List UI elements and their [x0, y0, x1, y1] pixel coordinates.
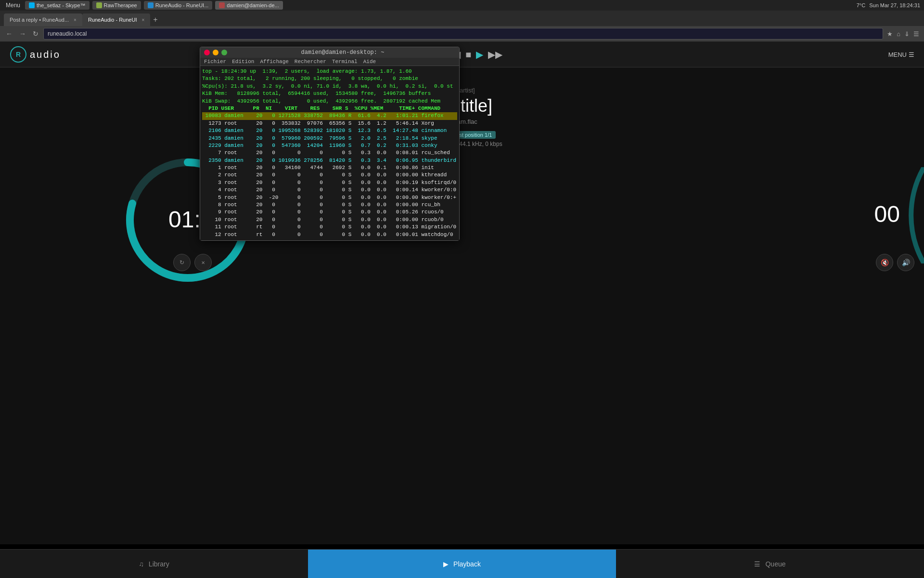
rawtherapee-icon: [96, 2, 102, 8]
queue-label: Queue: [765, 560, 785, 568]
runeaudio-main: R audio ◀◀ ■ ▶ ▶▶ MENU ☰ [no artist] [no…: [0, 42, 924, 544]
os-tab-skype[interactable]: the_setlaz - Skype™: [25, 1, 90, 10]
time-right: 00: [874, 201, 900, 227]
terminal-line-22: 11 root rt 0 0 0 0 S 0.0 0.0 0:00.13 mig…: [202, 223, 457, 231]
browser-tab-postreply-label: Post a reply • RuneAud...: [10, 17, 69, 23]
next-button[interactable]: ▶▶: [488, 49, 502, 60]
terminal-line-2: %Cpu(s): 21.8 us, 3.2 sy, 0.0 ni, 71.0 i…: [202, 83, 457, 90]
terminal-maximize-button[interactable]: [221, 50, 227, 55]
terminal-line-4: KiB Swap: 4392956 total, 0 used, 4392956…: [202, 98, 457, 105]
refresh-button[interactable]: ↻: [31, 29, 40, 39]
skype-icon: [29, 2, 35, 8]
bookmark-icon[interactable]: ★: [886, 29, 894, 39]
terminal-menu-terminal[interactable]: Terminal: [332, 59, 358, 65]
volume-controls: 🔇 🔊: [876, 254, 914, 271]
terminal-minimize-button[interactable]: [213, 50, 218, 55]
volume-up-button[interactable]: 🔊: [897, 254, 914, 271]
menu-label: MENU: [888, 51, 907, 58]
terminal-line-21: 10 root 20 0 0 0 0 S 0.0 0.0 0:00.00 rcu…: [202, 216, 457, 223]
menu-icon: ☰: [909, 51, 914, 58]
browser-tab-postreply[interactable]: Post a reply • RuneAud... ×: [4, 13, 82, 26]
terminal-line-9: 2106 damien 20 0 1995268 528392 181020 S…: [202, 127, 457, 134]
queue-icon: ☰: [754, 560, 760, 568]
os-tab-skype-label: the_setlaz - Skype™: [37, 2, 86, 8]
terminal-menu-edition[interactable]: Edition: [232, 59, 254, 65]
os-tab-damien[interactable]: damien@damien-de...: [215, 1, 282, 10]
terminal-line-10: 2435 damien 20 0 579960 200592 79596 S 2…: [202, 135, 457, 142]
terminal-line-0: top - 18:24:30 up 1:39, 2 users, load av…: [202, 68, 457, 75]
terminal-line-1: Tasks: 202 total, 2 running, 200 sleepin…: [202, 75, 457, 82]
library-icon: ♫: [139, 560, 144, 568]
terminal-line-14: 1 root 20 0 34160 4744 2692 S 0.0 0.1 0:…: [202, 164, 457, 171]
terminal-line-12: 7 root 20 0 0 0 0 S 0.3 0.0 0:08.01 rcu_…: [202, 149, 457, 157]
rune-logo-text: audio: [30, 49, 61, 60]
terminal-line-19: 8 root 20 0 0 0 0 S 0.0 0.0 0:00.00 rcu_…: [202, 201, 457, 209]
playback-button[interactable]: ▶ Playback: [308, 550, 616, 578]
os-tab-rawtherapee-label: RawTherapee: [104, 2, 137, 8]
url-bar[interactable]: [43, 28, 883, 39]
browser-tab-runeaudio-label: RuneAudio - RuneUI: [88, 17, 137, 23]
damien-icon: [219, 2, 225, 8]
home-icon[interactable]: ⌂: [896, 29, 901, 39]
terminal-menu-fichier[interactable]: Fichier: [204, 59, 226, 65]
terminal-menu-rechercher[interactable]: Rechercher: [295, 59, 326, 65]
terminal-close-button[interactable]: [204, 50, 210, 55]
terminal-window: damien@damien-desktop: ~ Fichier Edition…: [200, 47, 460, 241]
new-tab-button[interactable]: +: [150, 13, 160, 26]
os-tab-rawtherapee[interactable]: RawTherapee: [92, 1, 141, 10]
terminal-line-20: 9 root 20 0 0 0 0 S 0.0 0.0 0:05.26 rcuo…: [202, 209, 457, 216]
terminal-line-7: 10083 damien 20 0 1271528 338752 89436 R…: [202, 112, 457, 119]
terminal-line-17: 4 root 20 0 0 0 0 S 0.0 0.0 0:00.14 kwor…: [202, 186, 457, 194]
close-tab-runeaudio[interactable]: ×: [141, 17, 144, 23]
rune-logo-svg: R: [10, 46, 27, 63]
terminal-body: top - 18:24:30 up 1:39, 2 users, load av…: [200, 66, 459, 240]
runeaudio-icon: [148, 2, 154, 8]
shuffle-button[interactable]: ✕: [194, 254, 212, 271]
terminal-line-6: PID USER PR NI VIRT RES SHR S %CPU %MEM …: [202, 105, 457, 112]
library-label: Library: [149, 560, 169, 568]
terminal-line-8: 1273 root 20 0 353832 97076 65356 S 15.6…: [202, 120, 457, 127]
stop-button[interactable]: ■: [465, 49, 471, 60]
playback-mode-controls: ↻ ✕: [173, 254, 212, 271]
play-button[interactable]: ▶: [476, 49, 483, 60]
browser-tab-runeaudio[interactable]: RuneAudio - RuneUI ×: [82, 13, 150, 26]
terminal-menubar: Fichier Edition Affichage Rechercher Ter…: [200, 58, 459, 66]
terminal-line-3: KiB Mem: 8128996 total, 6594416 used, 15…: [202, 90, 457, 97]
terminal-line-16: 3 root 20 0 0 0 0 S 0.0 0.0 0:00.19 ksof…: [202, 179, 457, 186]
terminal-line-18: 5 root 20 -20 0 0 0 S 0.0 0.0 0:00.00 kw…: [202, 194, 457, 201]
mute-button[interactable]: 🔇: [876, 254, 893, 271]
settings-icon[interactable]: ☰: [912, 29, 920, 39]
repeat-button[interactable]: ↻: [173, 254, 191, 271]
browser-tabs: Post a reply • RuneAud... × RuneAudio - …: [0, 11, 924, 26]
menu-button[interactable]: MENU ☰: [888, 51, 914, 58]
os-bar-left: Menu the_setlaz - Skype™ RawTherapee Run…: [4, 1, 283, 10]
terminal-menu-aide[interactable]: Aide: [363, 59, 376, 65]
download-icon[interactable]: ⇓: [903, 29, 911, 39]
os-tab-runeaudio[interactable]: RuneAudio - RuneUI...: [144, 1, 213, 10]
terminal-line-11: 2229 damien 20 0 547360 14204 11960 S 0.…: [202, 142, 457, 149]
svg-text:01:: 01:: [168, 207, 201, 232]
terminal-menu-affichage[interactable]: Affichage: [260, 59, 288, 65]
os-bar-right: 7°C Sun Mar 27, 18:24:31: [857, 2, 920, 8]
bottom-bar: ♫ Library ▶ Playback ☰ Queue: [0, 549, 924, 578]
os-datetime: Sun Mar 27, 18:24:31: [869, 2, 920, 8]
terminal-line-13: 2350 damien 20 0 1019936 278256 81420 S …: [202, 157, 457, 164]
terminal-line-23: 12 root rt 0 0 0 0 S 0.0 0.0 0:00.01 wat…: [202, 231, 457, 238]
queue-button[interactable]: ☰ Queue: [616, 550, 924, 578]
os-menu-button[interactable]: Menu: [4, 2, 22, 9]
os-tab-runeaudio-label: RuneAudio - RuneUI...: [155, 2, 209, 8]
library-button[interactable]: ♫ Library: [0, 550, 308, 578]
rune-logo: R audio: [10, 46, 61, 63]
os-taskbar: Menu the_setlaz - Skype™ RawTherapee Run…: [0, 0, 924, 11]
terminal-line-15: 2 root 20 0 0 0 0 S 0.0 0.0 0:00.00 kthr…: [202, 171, 457, 179]
browser-nav-icons: ★ ⌂ ⇓ ☰: [886, 29, 920, 39]
player-area: [no artist] [no title] stream.flac MPD P…: [0, 77, 924, 157]
browser-bar: Post a reply • RuneAud... × RuneAudio - …: [0, 11, 924, 42]
close-tab-postreply[interactable]: ×: [74, 17, 77, 23]
runeaudio-header: R audio ◀◀ ■ ▶ ▶▶ MENU ☰: [0, 42, 924, 67]
forward-button[interactable]: →: [17, 29, 28, 39]
terminal-titlebar: damien@damien-desktop: ~: [200, 47, 459, 58]
browser-navigation: ← → ↻ ★ ⌂ ⇓ ☰: [0, 26, 924, 41]
terminal-title: damien@damien-desktop: ~: [230, 49, 455, 56]
back-button[interactable]: ←: [4, 29, 14, 39]
